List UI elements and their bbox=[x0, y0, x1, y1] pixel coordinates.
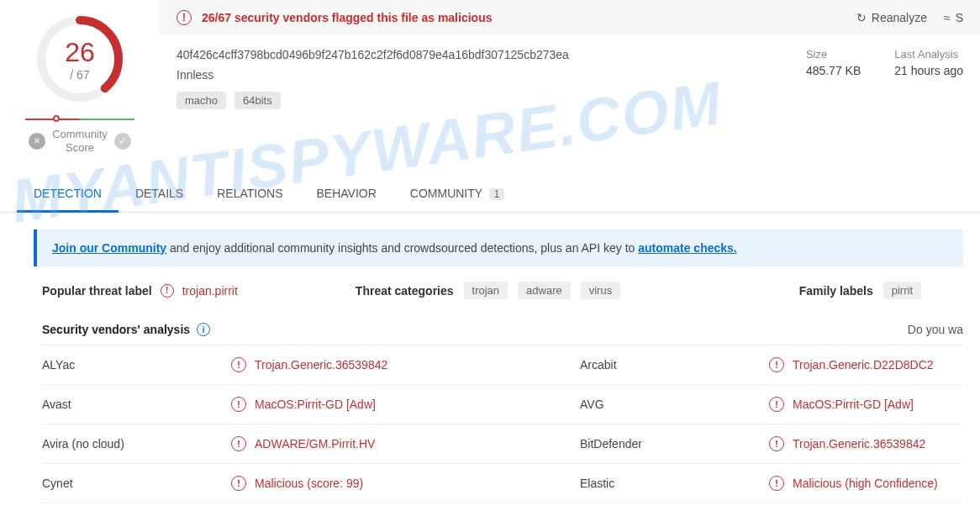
tab-relations[interactable]: RELATIONS bbox=[200, 175, 299, 212]
family-tag[interactable]: pirrit bbox=[883, 282, 921, 299]
category-tag[interactable]: adware bbox=[518, 282, 571, 299]
vendor-detection: !Malicious (score: 99) bbox=[231, 476, 580, 491]
analysis-title: Security vendors' analysis bbox=[42, 323, 190, 336]
vendor-name: BitDefender bbox=[580, 436, 769, 451]
alert-text: 26/67 security vendors flagged this file… bbox=[202, 11, 492, 24]
community-banner: Join our Community and enjoy additional … bbox=[34, 229, 963, 266]
detection-alert-icon: ! bbox=[231, 436, 246, 451]
analysis-right-text: Do you wa bbox=[908, 323, 963, 336]
vendor-detection: !ADWARE/GM.Pirrit.HV bbox=[231, 436, 580, 451]
reanalyze-button[interactable]: ↻ Reanalyze bbox=[856, 11, 927, 24]
family-labels-label: Family labels bbox=[799, 284, 873, 298]
community-score-row: ✕ CommunityScore ✓ bbox=[29, 128, 131, 154]
tab-details[interactable]: DETAILS bbox=[119, 175, 200, 212]
vendor-name: Avast bbox=[42, 397, 231, 412]
tab-community[interactable]: COMMUNITY 1 bbox=[393, 175, 522, 212]
detection-alert-icon: ! bbox=[231, 476, 246, 491]
score-number: 26 bbox=[65, 37, 95, 68]
tabs: DETECTION DETAILS RELATIONS BEHAVIOR COM… bbox=[0, 175, 980, 213]
refresh-icon: ↻ bbox=[856, 11, 867, 24]
check-icon[interactable]: ✓ bbox=[114, 133, 131, 150]
tag[interactable]: macho bbox=[177, 92, 226, 109]
threat-categories-label: Threat categories bbox=[356, 284, 454, 298]
x-icon[interactable]: ✕ bbox=[29, 133, 45, 150]
vendor-name: Avira (no cloud) bbox=[42, 436, 231, 451]
vendor-detection: !MacOS:Pirrit-GD [Adw] bbox=[231, 397, 580, 412]
tag[interactable]: 64bits bbox=[234, 92, 281, 109]
vendor-detection: !Trojan.Generic.36539842 bbox=[231, 357, 580, 372]
similar-button[interactable]: ≈ S bbox=[944, 11, 963, 24]
file-hash: 40f426c4cff3798bcd0496b9f247b162c2f2f6d0… bbox=[177, 48, 806, 61]
score-total: / 67 bbox=[65, 68, 95, 82]
file-info: 40f426c4cff3798bcd0496b9f247b162c2f2f6d0… bbox=[160, 35, 980, 122]
vendor-row: ALYac!Trojan.Generic.36539842Arcabit!Tro… bbox=[42, 345, 963, 385]
vendor-row: Avira (no cloud)!ADWARE/GM.Pirrit.HVBitD… bbox=[42, 424, 963, 464]
detection-alert-icon: ! bbox=[769, 397, 784, 412]
vendor-name: AVG bbox=[580, 397, 769, 412]
file-name: Innless bbox=[177, 68, 806, 82]
info-icon[interactable]: i bbox=[197, 323, 210, 336]
size-meta: Size 485.77 KB bbox=[806, 48, 861, 109]
category-tag[interactable]: trojan bbox=[464, 282, 508, 299]
vendor-detection: !Trojan.Generic.36539842 bbox=[769, 436, 963, 451]
score-circle: 26 / 67 bbox=[34, 13, 126, 105]
last-analysis-meta: Last Analysis 21 hours ago bbox=[894, 48, 963, 109]
alert-bar: ! 26/67 security vendors flagged this fi… bbox=[160, 0, 980, 35]
community-score-label: CommunityScore bbox=[52, 128, 108, 154]
popular-threat-label: Popular threat label bbox=[42, 284, 152, 298]
score-panel: 26 / 67 ✕ CommunityScore ✓ bbox=[0, 0, 160, 166]
popular-threat-value: trojan.pirrit bbox=[182, 284, 238, 298]
vendor-name: ALYac bbox=[42, 357, 231, 372]
tab-behavior[interactable]: BEHAVIOR bbox=[300, 175, 393, 212]
detection-alert-icon: ! bbox=[231, 397, 246, 412]
automate-checks-link[interactable]: automate checks. bbox=[638, 241, 737, 255]
file-tags: macho 64bits bbox=[177, 92, 806, 109]
vendor-row: Cynet!Malicious (score: 99)Elastic!Malic… bbox=[42, 464, 963, 503]
category-tag[interactable]: virus bbox=[581, 282, 620, 299]
community-count-badge: 1 bbox=[489, 188, 505, 200]
join-community-link[interactable]: Join our Community bbox=[52, 241, 166, 255]
vendor-detection: !Trojan.Generic.D22D8DC2 bbox=[769, 357, 963, 372]
vendor-name: Arcabit bbox=[580, 357, 769, 372]
community-score-bar bbox=[25, 118, 134, 121]
similar-icon: ≈ bbox=[944, 11, 951, 24]
vendor-detection: !Malicious (high Confidence) bbox=[769, 476, 963, 491]
vendor-table: ALYac!Trojan.Generic.36539842Arcabit!Tro… bbox=[0, 345, 980, 503]
threat-row: Popular threat label ! trojan.pirrit Thr… bbox=[0, 266, 980, 314]
detection-alert-icon: ! bbox=[231, 357, 246, 372]
vendor-name: Cynet bbox=[42, 476, 231, 491]
detection-alert-icon: ! bbox=[769, 436, 784, 451]
analysis-header: Security vendors' analysis i Do you wa bbox=[0, 314, 980, 345]
detection-alert-icon: ! bbox=[769, 476, 784, 491]
vendor-row: Avast!MacOS:Pirrit-GD [Adw]AVG!MacOS:Pir… bbox=[42, 385, 963, 424]
threat-alert-icon: ! bbox=[161, 284, 174, 298]
vendor-name: Elastic bbox=[580, 476, 769, 491]
alert-icon: ! bbox=[177, 10, 192, 25]
tab-detection[interactable]: DETECTION bbox=[17, 175, 119, 212]
vendor-detection: !MacOS:Pirrit-GD [Adw] bbox=[769, 397, 963, 412]
detection-alert-icon: ! bbox=[769, 357, 784, 372]
